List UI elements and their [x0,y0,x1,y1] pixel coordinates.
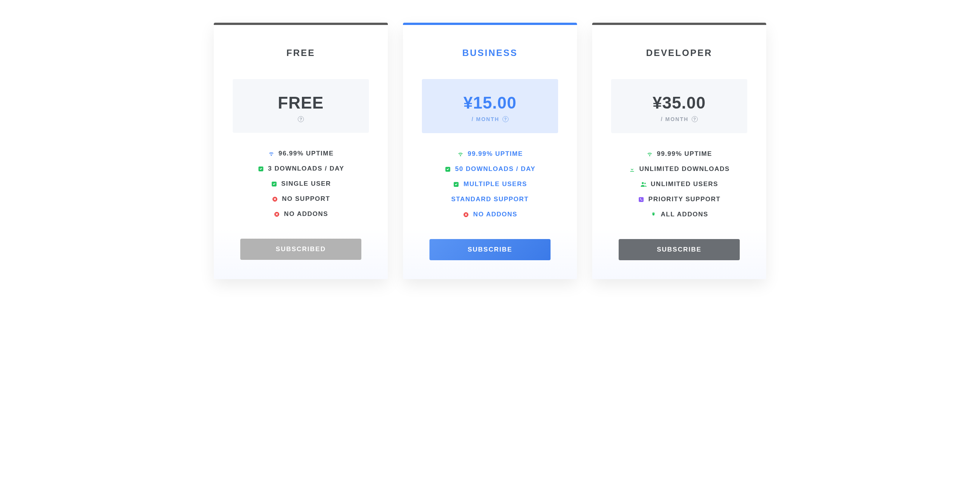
check-square-icon [453,181,460,187]
feature-label: ALL ADDONS [661,211,708,218]
subscribe-button[interactable]: SUBSCRIBE [619,239,740,260]
phone-square-icon [638,196,645,203]
help-icon[interactable]: ? [503,116,509,122]
check-square-icon [270,180,277,187]
plan-title: BUSINESS [422,48,558,58]
wifi-icon [268,150,275,157]
feature-item: MULTIPLE USERS [422,176,558,192]
feature-item: STANDARD SUPPORT [422,192,558,207]
plug-icon [650,211,657,218]
feature-label: 96.99% UPTIME [278,150,334,157]
feature-item: 3 DOWNLOADS / DAY [233,161,369,176]
plan-price: ¥35.00 [619,94,740,112]
subscribe-button[interactable]: SUBSCRIBE [430,239,550,260]
feature-label: 99.99% UPTIME [468,150,523,158]
download-icon [628,166,635,173]
price-box: FREE ? [233,79,369,133]
feature-list: 99.99% UPTIME UNLIMITED DOWNLOADS UNLIMI… [611,146,747,222]
feature-label: PRIORITY SUPPORT [649,195,721,203]
wifi-icon [457,151,464,157]
feature-item: NO ADDONS [422,207,558,222]
plan-title: DEVELOPER [611,48,747,58]
check-square-icon [445,166,452,173]
wifi-icon [646,151,653,157]
feature-label: NO ADDONS [284,210,328,218]
pricing-card-free: FREE FREE ? 96.99% UPTIME 3 DOWNLOADS / … [214,23,388,279]
feature-item: PRIORITY SUPPORT [611,192,747,207]
feature-label: SINGLE USER [281,180,331,187]
plan-period: / MONTH [661,116,688,122]
feature-label: 3 DOWNLOADS / DAY [268,165,344,173]
feature-label: UNLIMITED DOWNLOADS [639,165,730,173]
x-circle-icon [271,195,278,202]
feature-label: 99.99% UPTIME [657,150,712,158]
pricing-card-developer: DEVELOPER ¥35.00 / MONTH ? 99.99% UPTIME… [592,23,766,279]
plan-period: / MONTH [471,116,499,122]
x-circle-icon [463,211,469,218]
plan-title: FREE [233,48,369,58]
plan-price: ¥15.00 [430,94,550,112]
check-square-icon [257,165,264,172]
subscribed-button: SUBSCRIBED [240,239,361,260]
feature-item: 50 DOWNLOADS / DAY [422,162,558,176]
price-box: ¥35.00 / MONTH ? [611,79,747,133]
help-icon[interactable]: ? [692,116,698,122]
x-circle-icon [274,211,280,218]
feature-list: 99.99% UPTIME 50 DOWNLOADS / DAY MULTIPL… [422,146,558,222]
feature-list: 96.99% UPTIME 3 DOWNLOADS / DAY SINGLE U… [233,146,369,222]
svg-point-8 [644,183,646,184]
feature-label: MULTIPLE USERS [463,180,527,188]
feature-label: NO SUPPORT [282,195,330,203]
feature-item: UNLIMITED DOWNLOADS [611,162,747,176]
feature-item: ALL ADDONS [611,207,747,222]
feature-label: 50 DOWNLOADS / DAY [455,165,535,173]
pricing-card-business: BUSINESS ¥15.00 / MONTH ? 99.99% UPTIME … [403,23,577,279]
users-icon [640,181,647,187]
help-icon[interactable]: ? [298,116,304,122]
svg-rect-9 [639,197,644,202]
feature-item: UNLIMITED USERS [611,176,747,192]
feature-item: NO SUPPORT [233,191,369,207]
plan-price: FREE [240,94,361,112]
feature-label: UNLIMITED USERS [651,180,718,188]
svg-point-7 [642,182,644,184]
price-box: ¥15.00 / MONTH ? [422,79,558,133]
feature-item: 96.99% UPTIME [233,146,369,161]
feature-item: NO ADDONS [233,207,369,222]
feature-item: 99.99% UPTIME [422,146,558,162]
feature-item: 99.99% UPTIME [611,146,747,162]
feature-label: NO ADDONS [473,211,518,218]
feature-item: SINGLE USER [233,176,369,191]
feature-label: STANDARD SUPPORT [451,195,528,203]
